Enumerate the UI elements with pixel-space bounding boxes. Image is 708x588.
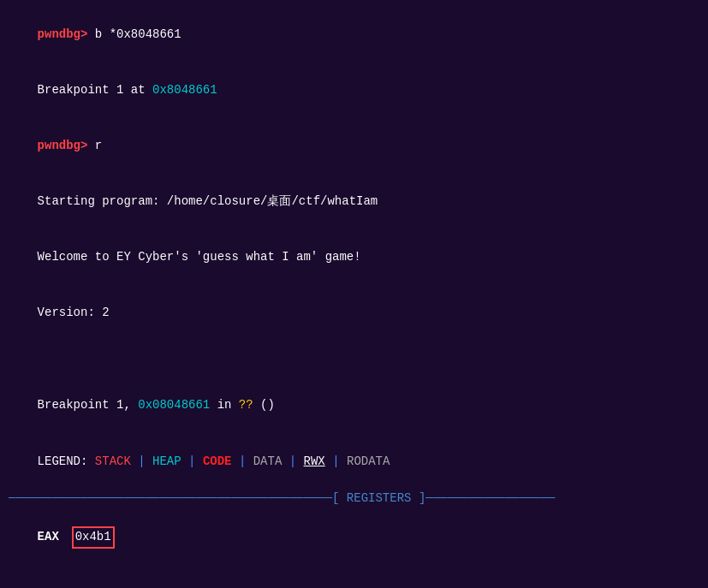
bp-hit-text: Breakpoint 1, xyxy=(38,398,139,412)
bp-in-text: in xyxy=(210,398,239,412)
legend-sep4: | xyxy=(282,454,303,468)
cmd2-text: r xyxy=(87,139,102,152)
welcome-line: Welcome to EY Cyber's 'guess what I am' … xyxy=(9,229,699,285)
legend-sep1: | xyxy=(131,454,152,468)
bp-text: Breakpoint 1 at xyxy=(38,83,152,97)
version-text: Version: 2 xyxy=(38,306,110,319)
terminal: pwndbg> b *0x8048661 Breakpoint 1 at 0x8… xyxy=(0,0,708,588)
registers-divider: ────────────────────────────────────────… xyxy=(9,490,699,508)
legend-sep2: | xyxy=(181,454,203,468)
blank1 xyxy=(9,341,699,359)
welcome-text: Welcome to EY Cyber's 'guess what I am' … xyxy=(38,250,361,264)
legend-sep3: | xyxy=(232,454,253,468)
legend-label: LEGEND: xyxy=(38,454,95,468)
bp-addr: 0x8048661 xyxy=(152,83,217,97)
legend-sep5: | xyxy=(325,454,347,468)
version-line: Version: 2 xyxy=(9,285,699,341)
legend-code: CODE xyxy=(203,454,232,468)
cmd1-line: pwndbg> b *0x8048661 xyxy=(9,7,699,62)
reg-eax-name: EAX xyxy=(38,530,59,543)
legend-data: DATA xyxy=(253,454,283,468)
legend-rodata: RODATA xyxy=(347,454,390,468)
bp-parens: () xyxy=(253,398,275,412)
cmd2-line: pwndbg> r xyxy=(9,118,699,174)
blank2 xyxy=(9,359,699,378)
bp-question: ?? xyxy=(239,398,253,412)
starting-program: Starting program: /home/closure/桌面/ctf/w… xyxy=(9,174,699,229)
prompt1: pwndbg> xyxy=(38,27,88,41)
legend-heap: HEAP xyxy=(152,454,181,468)
starting-text: Starting program: /home/closure/桌面/ctf/w… xyxy=(38,194,378,208)
legend-line: LEGEND: STACK | HEAP | CODE | DATA | RWX… xyxy=(9,434,699,490)
reg-eax: EAX 0x4b1 xyxy=(9,508,699,567)
legend-rwx: RWX xyxy=(304,454,325,468)
reg-ebx: EBX 0x0 xyxy=(9,567,699,588)
cmd1-text: b *0x8048661 xyxy=(87,27,181,41)
bp-hit-addr: 0x08048661 xyxy=(138,398,210,412)
reg-eax-value: 0x4b1 xyxy=(72,526,115,549)
prompt2: pwndbg> xyxy=(38,139,88,152)
breakpoint-confirm: Breakpoint 1 at 0x8048661 xyxy=(9,62,699,118)
legend-stack: STACK xyxy=(95,454,131,468)
bp-hit-line: Breakpoint 1, 0x08048661 in ?? () xyxy=(9,378,699,434)
